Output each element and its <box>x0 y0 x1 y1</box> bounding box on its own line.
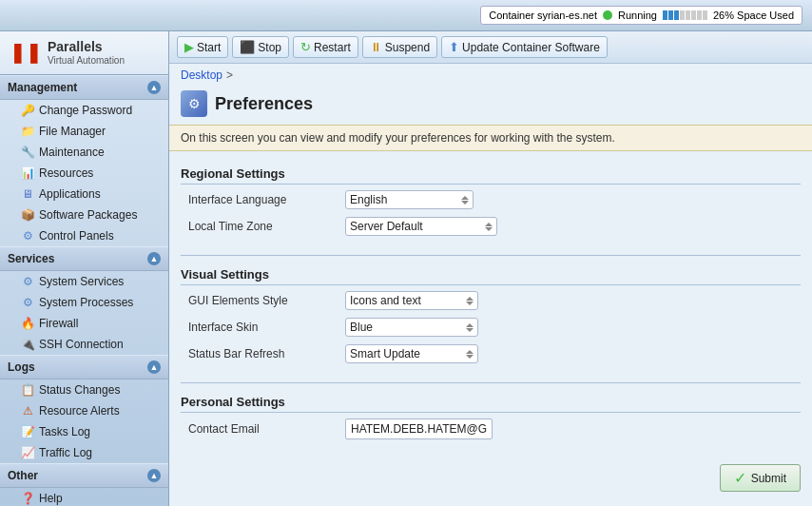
sidebar-item-control-panels[interactable]: ⚙ Control Panels <box>0 225 168 246</box>
folder-icon: 📁 <box>21 125 34 138</box>
status-bar-refresh-select[interactable]: Smart Update <box>345 344 478 363</box>
stop-button[interactable]: ⬛ Stop <box>232 36 289 58</box>
sidebar-item-tasks-log[interactable]: 📝 Tasks Log <box>0 421 168 442</box>
gui-elements-style-row: GUI Elements Style Icons and text <box>181 291 801 310</box>
key-icon: 🔑 <box>21 104 34 117</box>
preferences-page-icon: ⚙ <box>181 90 207 117</box>
arrow-up-icon-2 <box>485 223 493 226</box>
firewall-label: Firewall <box>39 317 78 330</box>
submit-label: Submit <box>751 472 786 485</box>
system-services-label: System Services <box>39 275 124 288</box>
local-time-zone-row: Local Time Zone Server Default <box>181 217 801 236</box>
sidebar-section-management[interactable]: Management ▲ <box>0 75 168 100</box>
sidebar-section-logs[interactable]: Logs ▲ <box>0 355 168 380</box>
contact-email-input[interactable] <box>345 418 493 439</box>
local-time-zone-label: Local Time Zone <box>188 220 345 233</box>
container-name: Container syrian-es.net <box>489 10 597 21</box>
container-status: Container syrian-es.net Running 26% Spac… <box>480 6 802 25</box>
other-collapse[interactable]: ▲ <box>147 469 161 482</box>
resources-label: Resources <box>39 166 93 180</box>
sidebar-item-firewall[interactable]: 🔥 Firewall <box>0 313 168 334</box>
main-layout: ❚❚ Parallels Virtual Automation Manageme… <box>0 31 812 506</box>
services-collapse[interactable]: ▲ <box>147 252 161 265</box>
breadcrumb-home[interactable]: Desktop <box>181 68 222 82</box>
interface-language-select[interactable]: English <box>345 190 474 209</box>
suspend-button[interactable]: ⏸ Suspend <box>362 36 437 58</box>
arrow-down-icon-5 <box>466 355 474 359</box>
gui-style-arrow <box>466 297 474 305</box>
logo-brand: Parallels <box>48 39 125 55</box>
logo-area: ❚❚ Parallels Virtual Automation <box>0 31 168 75</box>
sidebar-item-system-processes[interactable]: ⚙ System Processes <box>0 292 168 313</box>
update-button[interactable]: ⬆ Update Container Software <box>441 36 608 58</box>
logs-title: Logs <box>8 360 35 374</box>
bar-seg-5 <box>686 10 690 20</box>
arrow-up-icon-5 <box>466 350 474 354</box>
toolbar: ▶ Start ⬛ Stop ↻ Restart ⏸ Suspend ⬆ Upd… <box>169 31 812 64</box>
sidebar-item-software-packages[interactable]: 📦 Software Packages <box>0 204 168 225</box>
gui-elements-style-select[interactable]: Icons and text <box>345 291 478 310</box>
update-icon: ⬆ <box>449 40 459 54</box>
sidebar-item-status-changes[interactable]: 📋 Status Changes <box>0 380 168 400</box>
traffic-log-label: Traffic Log <box>39 446 92 459</box>
arrow-up-icon-4 <box>466 323 474 327</box>
restart-button[interactable]: ↻ Restart <box>293 36 358 58</box>
gui-elements-style-value: Icons and text <box>350 294 421 307</box>
apps-icon: 🖥 <box>21 187 34 201</box>
info-bar: On this screen you can view and modify y… <box>169 125 812 151</box>
sidebar-item-help[interactable]: ❓ Help <box>0 488 168 506</box>
sidebar-item-traffic-log[interactable]: 📈 Traffic Log <box>0 442 168 463</box>
task-icon: 📝 <box>21 425 34 438</box>
visual-settings-section: Visual Settings GUI Elements Style Icons… <box>169 260 812 379</box>
parallels-logo-icon: ❚❚ <box>10 41 42 64</box>
sidebar-item-maintenance[interactable]: 🔧 Maintenance <box>0 142 168 163</box>
management-collapse[interactable]: ▲ <box>147 81 161 94</box>
logs-collapse[interactable]: ▲ <box>147 360 161 374</box>
submit-check-icon: ✓ <box>734 469 746 487</box>
sidebar-item-file-manager[interactable]: 📁 File Manager <box>0 121 168 142</box>
applications-label: Applications <box>39 187 101 201</box>
regional-settings-section: Regional Settings Interface Language Eng… <box>169 159 812 251</box>
sidebar-item-resource-alerts[interactable]: ⚠ Resource Alerts <box>0 400 168 421</box>
wrench-icon: 🔧 <box>21 146 34 159</box>
tasks-log-label: Tasks Log <box>39 425 90 438</box>
sidebar-section-other[interactable]: Other ▲ <box>0 463 168 488</box>
sidebar-section-services[interactable]: Services ▲ <box>0 246 168 271</box>
interface-skin-select[interactable]: Blue <box>345 318 478 337</box>
interface-skin-label: Interface Skin <box>188 321 345 334</box>
sidebar-item-ssh-connection[interactable]: 🔌 SSH Connection <box>0 334 168 355</box>
sidebar-item-system-services[interactable]: ⚙ System Services <box>0 271 168 292</box>
log-icon: 📋 <box>21 383 34 397</box>
page-title-area: ⚙ Preferences <box>169 87 812 125</box>
submit-button[interactable]: ✓ Submit <box>720 464 801 492</box>
package-icon: 📦 <box>21 208 34 222</box>
alert-icon: ⚠ <box>21 404 34 418</box>
services-icon: ⚙ <box>21 275 34 288</box>
stop-label: Stop <box>258 41 281 54</box>
interface-language-arrow <box>461 196 469 204</box>
bar-seg-7 <box>697 10 702 20</box>
start-icon: ▶ <box>184 40 194 54</box>
management-title: Management <box>8 81 77 94</box>
bar-seg-2 <box>668 10 673 20</box>
sidebar-item-applications[interactable]: 🖥 Applications <box>0 184 168 204</box>
submit-area: ✓ Submit <box>169 455 812 501</box>
sidebar-item-change-password[interactable]: 🔑 Change Password <box>0 100 168 121</box>
local-time-zone-value: Server Default <box>350 220 423 233</box>
status-bar-refresh-row: Status Bar Refresh Smart Update <box>181 344 801 363</box>
regional-section-title: Regional Settings <box>181 166 801 185</box>
suspend-label: Suspend <box>385 41 430 54</box>
firewall-icon: 🔥 <box>21 317 34 330</box>
sidebar: ❚❚ Parallels Virtual Automation Manageme… <box>0 31 169 506</box>
start-button[interactable]: ▶ Start <box>177 36 228 58</box>
section-separator-1 <box>181 255 801 256</box>
arrow-up-icon <box>461 196 469 200</box>
arrow-down-icon <box>461 201 469 204</box>
local-time-zone-select[interactable]: Server Default <box>345 217 497 236</box>
bar-seg-8 <box>703 10 707 20</box>
suspend-icon: ⏸ <box>370 40 382 54</box>
section-separator-2 <box>181 382 801 383</box>
help-label: Help <box>39 492 63 505</box>
sidebar-item-resources[interactable]: 📊 Resources <box>0 163 168 184</box>
contact-email-label: Contact Email <box>188 422 345 436</box>
